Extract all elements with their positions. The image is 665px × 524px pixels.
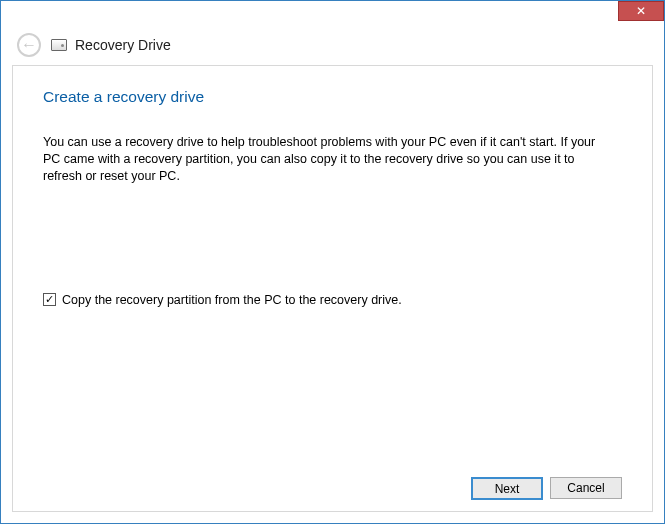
check-icon: ✓: [45, 294, 54, 305]
content-panel: Create a recovery drive You can use a re…: [12, 65, 653, 512]
header-row: ← Recovery Drive: [1, 33, 664, 57]
app-title: Recovery Drive: [75, 37, 171, 53]
checkbox-box: ✓: [43, 293, 56, 306]
body-text: You can use a recovery drive to help tro…: [43, 134, 603, 185]
arrow-left-icon: ←: [21, 37, 37, 53]
next-button[interactable]: Next: [471, 477, 543, 500]
close-button[interactable]: ✕: [618, 1, 664, 21]
wizard-window: ✕ ← Recovery Drive Create a recovery dri…: [0, 0, 665, 524]
button-row: Next Cancel: [43, 477, 622, 500]
cancel-button[interactable]: Cancel: [550, 477, 622, 499]
page-heading: Create a recovery drive: [43, 88, 622, 106]
spacer: [43, 307, 622, 469]
checkbox-label: Copy the recovery partition from the PC …: [62, 293, 402, 307]
close-icon: ✕: [636, 5, 646, 17]
drive-icon: [51, 39, 67, 51]
back-button[interactable]: ←: [17, 33, 41, 57]
copy-partition-checkbox[interactable]: ✓ Copy the recovery partition from the P…: [43, 293, 622, 307]
titlebar: ✕: [1, 1, 664, 31]
